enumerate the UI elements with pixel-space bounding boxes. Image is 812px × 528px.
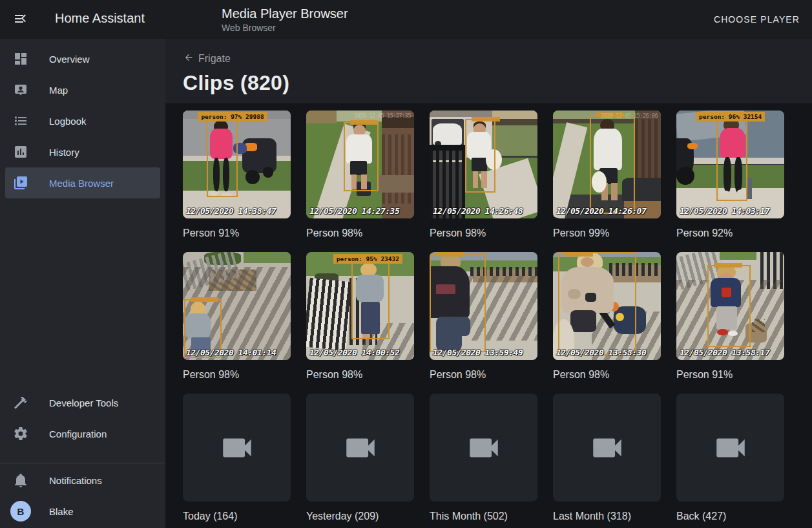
folder-item[interactable]: Last Month (318) — [553, 394, 661, 522]
clip-item[interactable]: 12/05/2020 14:01:14Person 98% — [183, 252, 291, 381]
clip-timestamp: 12/05/2020 14:26:07 — [556, 206, 646, 216]
scene-shape — [245, 170, 260, 184]
folder-item[interactable]: This Month (502) — [430, 394, 537, 522]
clip-item[interactable]: person: 97% 2998812/05/2020 14:38:47Pers… — [183, 111, 291, 239]
clip-timestamp: 12/05/2020 14:00:52 — [309, 348, 399, 357]
clip-thumbnail: person: 95% 2343212/05/2020 14:00:52 — [306, 252, 414, 360]
scene-shape — [752, 319, 765, 332]
videocam-icon — [588, 429, 626, 467]
sidebar-item-logbook[interactable]: Logbook — [5, 105, 160, 136]
user-name-label: Blake — [49, 506, 74, 517]
sidebar-item-label: History — [49, 147, 79, 158]
folder-caption: Yesterday (209) — [306, 510, 414, 522]
avatar: B — [10, 501, 31, 522]
clip-caption: Person 98% — [553, 368, 661, 381]
dialog-header: Media Player Browser Web Browser — [222, 6, 348, 33]
clip-item[interactable]: 12/05/2020 13:59:49Person 98% — [430, 252, 537, 381]
detection-bounding-box — [465, 119, 495, 193]
sidebar-item-user[interactable]: B Blake — [5, 496, 160, 527]
clip-item[interactable]: 12/05/2020 14:26:48Person 98% — [430, 111, 537, 239]
folder-thumbnail — [306, 394, 414, 502]
clip-timestamp: 12/05/2020 13:59:49 — [433, 348, 523, 357]
folder-caption: Last Month (318) — [553, 510, 661, 522]
scene-shape — [382, 134, 414, 204]
sidebar: OverviewMapLogbookHistoryMedia Browser D… — [0, 39, 165, 528]
detection-bounding-box — [344, 122, 378, 191]
videocam-icon — [218, 429, 256, 467]
videocam-icon — [342, 429, 379, 467]
clip-caption: Person 99% — [553, 227, 661, 239]
clip-timestamp: 12/05/2020 13:58:30 — [556, 348, 646, 357]
sidebar-item-label: Logbook — [49, 116, 87, 127]
clip-item[interactable]: person: 95% 2343212/05/2020 14:00:52Pers… — [306, 252, 414, 381]
detection-bounding-box — [207, 116, 238, 196]
clip-caption: Person 98% — [306, 227, 414, 239]
notifications-label: Notifications — [49, 475, 102, 486]
clip-caption: Person 98% — [430, 227, 537, 239]
detection-label-small — [436, 252, 464, 257]
clip-item[interactable]: 2020-12-05 15:27:3512/05/2020 14:27:35Pe… — [306, 111, 414, 239]
sidebar-item-notifications[interactable]: Notifications — [5, 465, 160, 496]
sidebar-item-media-browser[interactable]: Media Browser — [5, 167, 160, 198]
detection-label-small — [191, 297, 218, 302]
folder-thumbnail — [183, 394, 291, 502]
clip-timestamp: 12/05/2020 14:01:14 — [186, 348, 276, 357]
detection-bounding-box — [351, 260, 389, 340]
videocam-icon — [465, 429, 503, 467]
media-grid-area: person: 97% 2998812/05/2020 14:38:47Pers… — [165, 103, 812, 528]
camera-osd-timestamp: 2020-12-05 15:27:35 — [354, 112, 411, 119]
map-icon — [13, 82, 28, 98]
sidebar-item-label: Configuration — [49, 428, 107, 439]
clip-thumbnail: 12/05/2020 14:26:48 — [430, 111, 537, 218]
dialog-subtitle: Web Browser — [222, 23, 348, 33]
detection-label: person: 97% 29988 — [198, 112, 267, 121]
clip-caption: Person 92% — [676, 227, 784, 239]
logbook-icon — [13, 113, 28, 129]
detection-label: person: 95% 23432 — [333, 254, 402, 264]
scene-shape — [306, 111, 337, 123]
media-browser-header: Frigate Clips (820) — [165, 39, 812, 103]
clip-item[interactable]: 12/05/2020 13:58:30Person 98% — [553, 252, 661, 381]
scene-shape — [377, 175, 414, 193]
clip-thumbnail: 12/05/2020 14:01:14 — [183, 252, 291, 360]
clip-thumbnail: 2020-12-05 15:26:0612/05/2020 14:26:07 — [553, 111, 661, 218]
detection-bounding-box — [558, 252, 636, 355]
folder-caption: This Month (502) — [430, 510, 537, 522]
clip-thumbnail: person: 97% 2998812/05/2020 14:38:47 — [183, 111, 291, 218]
clip-item[interactable]: 12/05/2020 13:58:17Person 91% — [676, 252, 784, 381]
clip-caption: Person 98% — [183, 368, 291, 381]
dashboard-icon — [13, 51, 28, 67]
sidebar-toggle-button[interactable] — [5, 4, 36, 35]
sidebar-item-label: Developer Tools — [49, 397, 118, 408]
clip-item[interactable]: person: 96% 3215412/05/2020 14:03:17Pers… — [676, 111, 784, 239]
choose-player-button[interactable]: CHOOSE PLAYER — [709, 9, 805, 30]
sidebar-item-map[interactable]: Map — [5, 74, 160, 105]
clip-timestamp: 12/05/2020 14:03:17 — [680, 206, 769, 216]
gear-icon — [13, 426, 28, 441]
scene-shape — [430, 111, 492, 117]
sidebar-item-history[interactable]: History — [5, 136, 160, 167]
folder-item[interactable]: Today (164) — [183, 394, 291, 522]
clip-caption: Person 91% — [183, 227, 291, 239]
dialog-title: Media Player Browser — [222, 6, 348, 21]
arrow-left-icon — [183, 52, 194, 65]
clip-timestamp: 12/05/2020 13:58:17 — [680, 348, 769, 357]
breadcrumb-back-frigate[interactable]: Frigate — [183, 52, 231, 65]
folder-item[interactable]: Yesterday (209) — [306, 394, 414, 522]
detection-bounding-box — [716, 117, 747, 201]
detection-label: person: 96% 32154 — [696, 112, 765, 121]
clip-thumbnail: 12/05/2020 13:58:17 — [676, 252, 784, 360]
folder-item[interactable]: Back (427) — [676, 394, 784, 522]
clip-timestamp: 12/05/2020 14:38:47 — [186, 206, 276, 216]
media-grid: person: 97% 2998812/05/2020 14:38:47Pers… — [165, 103, 812, 522]
sidebar-item-overview[interactable]: Overview — [5, 43, 160, 74]
sidebar-item-label: Overview — [49, 54, 90, 65]
sidebar-item-configuration[interactable]: Configuration — [5, 418, 160, 449]
bell-icon — [13, 472, 28, 488]
folder-thumbnail — [676, 394, 784, 502]
clip-item[interactable]: 2020-12-05 15:26:0612/05/2020 14:26:07Pe… — [553, 111, 661, 239]
sidebar-item-developer-tools[interactable]: Developer Tools — [5, 387, 160, 418]
clip-timestamp: 12/05/2020 14:27:35 — [309, 206, 399, 216]
sidebar-footer: Developer ToolsConfiguration Notificatio… — [0, 387, 165, 527]
scene-shape — [430, 145, 466, 150]
